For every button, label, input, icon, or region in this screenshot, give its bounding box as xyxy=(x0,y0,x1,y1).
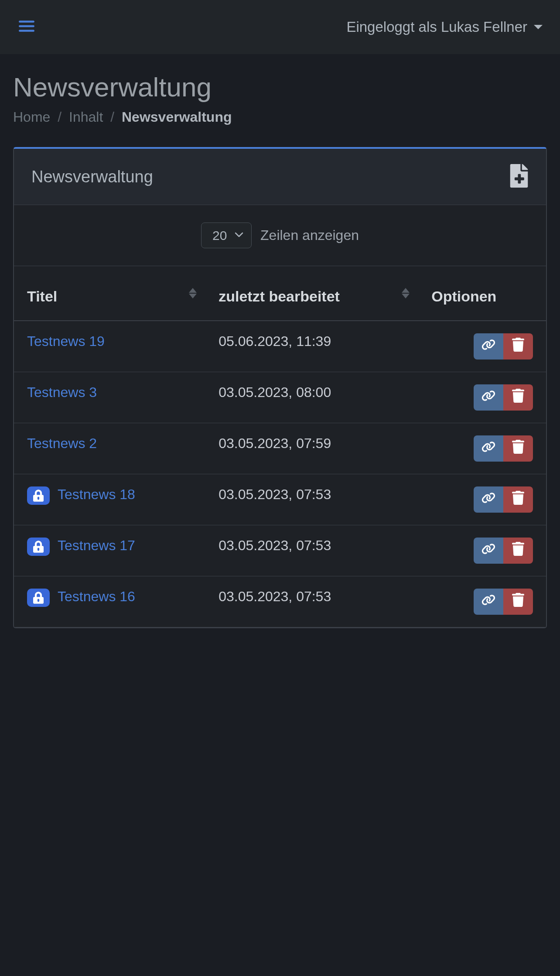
actions-cell xyxy=(418,372,546,423)
rows-per-page-control: 20 Zeilen anzeigen xyxy=(14,205,546,266)
modified-cell: 03.05.2023, 07:59 xyxy=(205,423,418,474)
table-row: Testnews 1803.05.2023, 07:53 xyxy=(14,474,546,525)
navbar: Eingeloggt als Lukas Fellner xyxy=(0,0,560,54)
action-group xyxy=(474,384,533,411)
link-button[interactable] xyxy=(474,333,503,360)
news-title-link[interactable]: Testnews 19 xyxy=(27,333,105,349)
card-title: Newsverwaltung xyxy=(31,168,153,186)
action-group xyxy=(474,435,533,462)
title-cell: Testnews 18 xyxy=(14,474,205,525)
action-group xyxy=(474,538,533,564)
link-button[interactable] xyxy=(474,486,503,513)
trash-icon xyxy=(511,491,525,508)
hamburger-icon xyxy=(17,17,36,35)
link-button[interactable] xyxy=(474,435,503,462)
table-row: Testnews 1603.05.2023, 07:53 xyxy=(14,576,546,627)
trash-icon xyxy=(511,389,525,406)
content: Newsverwaltung Home / Inhalt / Newsverwa… xyxy=(0,54,560,646)
delete-button[interactable] xyxy=(503,384,533,411)
table-row: Testnews 203.05.2023, 07:59 xyxy=(14,423,546,474)
link-icon xyxy=(481,440,495,457)
modified-cell: 03.05.2023, 08:00 xyxy=(205,372,418,423)
news-title-link[interactable]: Testnews 16 xyxy=(58,589,135,604)
delete-button[interactable] xyxy=(503,333,533,360)
link-icon xyxy=(481,389,495,406)
trash-icon xyxy=(511,542,525,559)
trash-icon xyxy=(511,593,525,610)
modified-cell: 03.05.2023, 07:53 xyxy=(205,474,418,525)
user-label: Eingeloggt als Lukas Fellner xyxy=(346,19,527,35)
action-group xyxy=(474,486,533,513)
news-title-link[interactable]: Testnews 17 xyxy=(58,538,135,553)
link-icon xyxy=(481,542,495,559)
link-button[interactable] xyxy=(474,589,503,615)
title-cell: Testnews 16 xyxy=(14,576,205,627)
news-title-link[interactable]: Testnews 18 xyxy=(58,486,135,502)
actions-cell xyxy=(418,474,546,525)
page-title: Newsverwaltung xyxy=(13,72,547,103)
action-group xyxy=(474,589,533,615)
breadcrumb-sep: / xyxy=(58,109,61,125)
menu-toggle[interactable] xyxy=(17,17,36,37)
sort-icon xyxy=(402,288,410,298)
modified-cell: 05.06.2023, 11:39 xyxy=(205,321,418,372)
rows-select[interactable]: 20 xyxy=(212,228,227,243)
delete-button[interactable] xyxy=(503,589,533,615)
table-row: Testnews 1905.06.2023, 11:39 xyxy=(14,321,546,372)
delete-button[interactable] xyxy=(503,435,533,462)
link-icon xyxy=(481,491,495,508)
news-title-link[interactable]: Testnews 3 xyxy=(27,384,97,400)
column-title[interactable]: Titel xyxy=(14,266,205,321)
breadcrumb-current: Newsverwaltung xyxy=(122,109,232,125)
actions-cell xyxy=(418,576,546,627)
table-row: Testnews 303.05.2023, 08:00 xyxy=(14,372,546,423)
card-header: Newsverwaltung xyxy=(14,149,546,205)
breadcrumb-home[interactable]: Home xyxy=(13,109,50,125)
trash-icon xyxy=(511,338,525,355)
column-options: Optionen xyxy=(418,266,546,321)
column-modified[interactable]: zuletzt bearbeitet xyxy=(205,266,418,321)
actions-cell xyxy=(418,423,546,474)
lock-icon xyxy=(27,589,50,607)
caret-down-icon xyxy=(534,25,543,29)
title-cell: Testnews 19 xyxy=(14,321,205,372)
card: Newsverwaltung 20 Zeilen anzeigen xyxy=(13,147,547,628)
table-row: Testnews 1703.05.2023, 07:53 xyxy=(14,525,546,576)
title-cell: Testnews 2 xyxy=(14,423,205,474)
title-cell: Testnews 17 xyxy=(14,525,205,576)
rows-select-wrapper: 20 xyxy=(201,223,252,248)
file-plus-icon xyxy=(509,164,529,188)
trash-icon xyxy=(511,440,525,457)
breadcrumb-sep: / xyxy=(110,109,114,125)
sort-icon xyxy=(189,288,197,298)
news-title-link[interactable]: Testnews 2 xyxy=(27,435,97,451)
delete-button[interactable] xyxy=(503,538,533,564)
actions-cell xyxy=(418,525,546,576)
add-news-button[interactable] xyxy=(509,164,529,189)
action-group xyxy=(474,333,533,360)
breadcrumb: Home / Inhalt / Newsverwaltung xyxy=(13,109,547,125)
user-dropdown[interactable]: Eingeloggt als Lukas Fellner xyxy=(346,19,543,35)
title-cell: Testnews 3 xyxy=(14,372,205,423)
modified-cell: 03.05.2023, 07:53 xyxy=(205,576,418,627)
rows-label: Zeilen anzeigen xyxy=(260,227,359,243)
lock-icon xyxy=(27,538,50,556)
lock-icon xyxy=(27,486,50,505)
link-button[interactable] xyxy=(474,538,503,564)
delete-button[interactable] xyxy=(503,486,533,513)
link-icon xyxy=(481,338,495,355)
news-table: Titel zuletzt bearbeitet Optionen Testne… xyxy=(14,266,546,627)
link-icon xyxy=(481,593,495,610)
modified-cell: 03.05.2023, 07:53 xyxy=(205,525,418,576)
actions-cell xyxy=(418,321,546,372)
chevron-down-icon xyxy=(235,232,243,240)
link-button[interactable] xyxy=(474,384,503,411)
breadcrumb-section[interactable]: Inhalt xyxy=(69,109,103,125)
